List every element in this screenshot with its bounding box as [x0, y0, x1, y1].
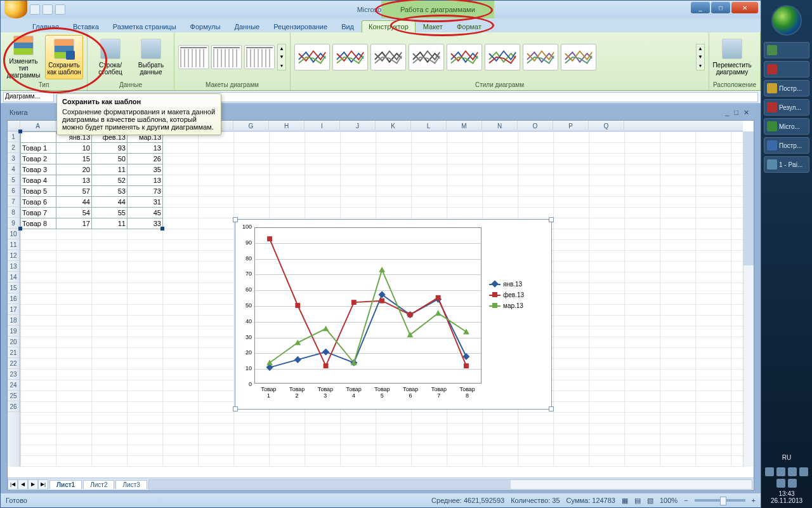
cell[interactable]: 33 [128, 218, 163, 229]
legend-entry[interactable]: мар.13 [489, 302, 546, 309]
move-chart-button[interactable]: Переместить диаграмму [713, 35, 751, 79]
row-header[interactable]: 13 [8, 261, 20, 272]
chart-legend[interactable]: янв.13фев.13мар.13 [489, 277, 546, 313]
taskbar-item[interactable]: Резул... [764, 99, 809, 116]
column-header[interactable]: M [447, 121, 482, 131]
tab-chart-layout[interactable]: Макет [417, 21, 449, 32]
zoom-in-button[interactable]: + [752, 497, 756, 504]
tab-page-layout[interactable]: Разметка страницы [107, 21, 183, 32]
row-header[interactable]: 19 [8, 326, 20, 337]
cell[interactable]: 44 [92, 197, 128, 208]
cell[interactable]: 53 [92, 186, 128, 197]
wb-minimize-button[interactable]: _ [725, 109, 729, 117]
tray-icon[interactable] [788, 479, 797, 488]
taskbar-item[interactable]: Micro... [764, 118, 809, 135]
row-header[interactable]: 15 [8, 283, 20, 293]
cell[interactable]: 26 [128, 154, 163, 164]
chart-style-preset[interactable] [332, 44, 368, 70]
chart-style-preset[interactable] [409, 44, 444, 70]
view-pagebreak-icon[interactable]: ▧ [647, 497, 653, 505]
cell[interactable]: Товар 5 [21, 186, 56, 197]
cell[interactable]: 35 [128, 164, 163, 175]
cell-grid[interactable]: янв.13фев.13мар.13Товар 1109313Товар 215… [20, 131, 743, 467]
taskbar-item[interactable] [764, 61, 809, 77]
gallery-up-button[interactable]: ▲ [278, 44, 285, 53]
row-header[interactable]: 22 [8, 358, 20, 369]
vertical-scrollbar[interactable] [743, 131, 754, 467]
language-indicator[interactable]: RU [761, 454, 812, 461]
sheet-tab-1[interactable]: Лист1 [49, 480, 82, 489]
cell[interactable]: 13 [56, 175, 92, 186]
gallery-down-button[interactable]: ▼ [697, 53, 704, 61]
tray-icon[interactable] [765, 467, 774, 476]
tab-review[interactable]: Рецензирование [267, 21, 334, 32]
row-header[interactable]: 5 [8, 175, 20, 185]
row-header[interactable]: 24 [8, 380, 20, 391]
cell[interactable]: 93 [92, 143, 128, 154]
taskbar-item[interactable]: Постр... [764, 137, 809, 154]
save-as-template-button[interactable]: Сохранить как шаблон [45, 35, 83, 79]
chart-style-preset[interactable] [561, 44, 596, 70]
zoom-level[interactable]: 100% [660, 497, 678, 504]
column-header[interactable]: P [553, 121, 589, 131]
tray-icon[interactable] [788, 467, 797, 476]
cell[interactable]: 54 [56, 208, 92, 218]
row-header[interactable]: 6 [8, 185, 20, 196]
cell[interactable]: Товар 2 [21, 154, 56, 164]
row-header[interactable]: 25 [8, 391, 20, 401]
minimize-button[interactable]: _ [691, 2, 710, 13]
cell[interactable]: 11 [92, 218, 128, 229]
row-header[interactable]: 21 [8, 347, 20, 358]
gallery-more-button[interactable]: ▾ [278, 62, 285, 70]
tab-chart-format[interactable]: Формат [450, 21, 488, 32]
row-header[interactable]: 12 [8, 250, 20, 261]
chart-layout-preset[interactable] [178, 45, 209, 69]
cell[interactable]: 15 [56, 154, 92, 164]
column-header[interactable]: G [233, 121, 269, 131]
row-header[interactable]: 7 [8, 196, 20, 207]
cell[interactable]: Товар 8 [21, 218, 56, 229]
wb-maximize-button[interactable]: □ [734, 109, 738, 117]
worksheet[interactable]: ABCDEFGHIJKLMNOPQ 1234567891011121314151… [8, 121, 754, 478]
undo-icon[interactable] [43, 4, 53, 15]
redo-icon[interactable] [55, 4, 65, 15]
row-header[interactable]: 11 [8, 239, 20, 250]
legend-entry[interactable]: янв.13 [489, 281, 546, 288]
next-sheet-button[interactable]: ▶ [28, 479, 38, 490]
cell[interactable]: 55 [92, 208, 128, 218]
taskbar-item[interactable]: Постр... [764, 80, 809, 97]
chart-style-preset[interactable] [523, 44, 558, 70]
chart-style-preset[interactable] [370, 44, 406, 70]
row-header[interactable]: 4 [8, 164, 20, 175]
wb-close-button[interactable]: ✕ [743, 109, 749, 117]
select-data-button[interactable]: Выбрать данные [132, 35, 170, 79]
row-header[interactable]: 2 [8, 142, 20, 153]
resize-handle[interactable] [549, 406, 554, 411]
chart-style-preset[interactable] [447, 44, 482, 70]
tray-icon[interactable] [799, 467, 808, 476]
cell[interactable]: 11 [92, 164, 128, 175]
resize-handle[interactable] [233, 406, 238, 411]
horizontal-scrollbar[interactable] [148, 479, 752, 490]
taskbar-item[interactable] [764, 42, 809, 58]
cell[interactable]: 31 [128, 197, 163, 208]
tab-view[interactable]: Вид [335, 21, 360, 32]
zoom-out-button[interactable]: − [684, 497, 688, 504]
row-header[interactable]: 8 [8, 207, 20, 218]
chart-layout-preset[interactable] [244, 45, 275, 69]
name-box[interactable]: Диаграмм... [3, 92, 54, 102]
gallery-down-button[interactable]: ▼ [278, 53, 285, 61]
cell[interactable]: 20 [56, 164, 92, 175]
cell[interactable]: 73 [128, 186, 163, 197]
cell[interactable]: Товар 6 [21, 197, 56, 208]
switch-row-column-button[interactable]: Строка/столбец [91, 35, 129, 79]
clock-date[interactable]: 26.11.2013 [761, 497, 812, 504]
column-header[interactable]: L [411, 121, 447, 131]
cell[interactable]: 17 [56, 218, 92, 229]
column-header[interactable]: A [20, 121, 56, 131]
cell[interactable]: 45 [128, 208, 163, 218]
scrollbar-thumb[interactable] [743, 131, 754, 265]
row-header[interactable]: 14 [8, 272, 20, 283]
cell[interactable] [21, 132, 56, 143]
column-header[interactable]: K [376, 121, 411, 131]
